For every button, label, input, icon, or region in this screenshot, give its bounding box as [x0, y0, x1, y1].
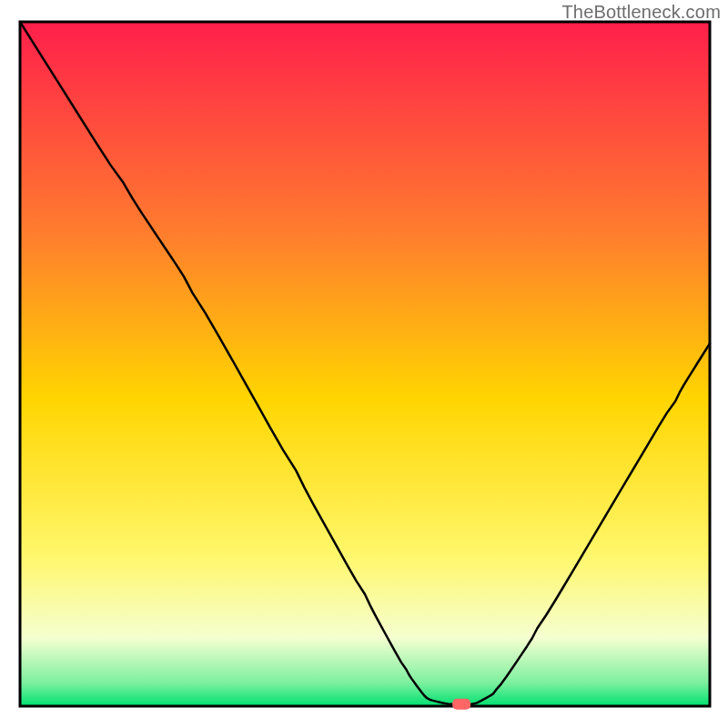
- optimal-marker: [452, 699, 470, 710]
- watermark-text: TheBottleneck.com: [561, 2, 721, 23]
- chart-container: { "watermark": "TheBottleneck.com", "cha…: [0, 0, 728, 728]
- plot-background: [20, 22, 710, 706]
- bottleneck-chart: [0, 0, 728, 728]
